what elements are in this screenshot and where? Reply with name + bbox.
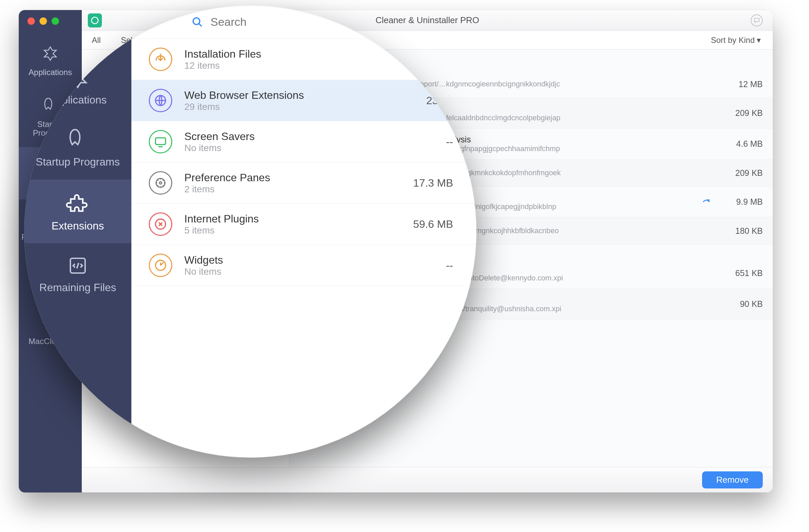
sidebar-item-extensions[interactable]: Extensions (24, 180, 131, 244)
extension-size: 4.6 MB (719, 139, 763, 149)
category-title: Widgets (184, 254, 381, 266)
extension-size: 9.9 MB (719, 197, 763, 207)
extension-size: 209 KB (719, 108, 763, 118)
window-title: Cleaner & Uninstaller PRO (375, 15, 479, 25)
category-text: Widgets No items (184, 254, 381, 277)
remove-button[interactable]: Remove (702, 472, 763, 489)
category-size: -- (393, 259, 453, 272)
sidebar-item-label: Extensions (52, 220, 104, 232)
zoom-window-button[interactable] (52, 17, 59, 25)
minimize-window-button[interactable] (39, 17, 47, 25)
category-icon (149, 89, 172, 112)
category-text: Internet Plugins 5 items (184, 213, 381, 236)
sidebar-item-applications[interactable]: Applications (19, 34, 82, 86)
sort-button[interactable]: Sort by Kind ▾ (711, 36, 773, 45)
close-window-button[interactable] (28, 17, 35, 25)
magnifier-overlay: Applications Startup Programs Extensions… (24, 5, 477, 458)
category-text: Web Browser Extensions 29 items (184, 89, 381, 112)
extension-size: 209 KB (719, 168, 763, 178)
category-row[interactable]: Screen Savers No items -- (131, 121, 477, 162)
category-row[interactable]: Widgets No items -- (131, 245, 477, 286)
category-subtitle: 12 items (184, 60, 381, 71)
sidebar-item-label: Remaining Files (39, 281, 116, 294)
svg-point-2 (91, 17, 98, 24)
extension-size: 651 KB (719, 268, 763, 278)
category-subtitle: No items (184, 143, 381, 154)
svg-point-4 (193, 18, 200, 24)
svg-point-8 (159, 182, 162, 184)
category-text: Preference Panes 2 items (184, 172, 381, 195)
window-controls (19, 15, 82, 34)
filter-all[interactable]: All (82, 36, 111, 45)
category-size: -- (393, 136, 453, 148)
category-subtitle: 2 items (184, 184, 381, 195)
svg-point-7 (156, 179, 165, 188)
category-size: 59.6 MB (393, 218, 453, 230)
category-title: Web Browser Extensions (184, 89, 381, 102)
feedback-icon[interactable] (751, 14, 763, 26)
category-icon (149, 212, 172, 236)
share-button[interactable] (701, 196, 712, 208)
category-size: 17.3 MB (393, 177, 453, 189)
sort-label: Sort by Kind (711, 36, 755, 45)
sidebar-item-remaining[interactable]: Remaining Files (24, 243, 131, 305)
category-icon (149, 171, 172, 195)
apps-icon (40, 43, 60, 64)
extension-size: 12 MB (719, 79, 763, 89)
category-text: Installation Files 12 items (184, 48, 381, 71)
sidebar-item-label: Applications (29, 68, 72, 77)
category-title: Internet Plugins (184, 213, 381, 225)
footer-bar: Remove (82, 467, 773, 493)
category-subtitle: No items (184, 266, 381, 277)
category-icon (149, 130, 172, 154)
category-title: Preference Panes (184, 172, 381, 184)
category-subtitle: 29 items (184, 102, 381, 112)
search-icon (192, 16, 203, 28)
category-icon (149, 48, 172, 71)
category-subtitle: 5 items (184, 225, 381, 236)
category-row[interactable]: Internet Plugins 5 items 59.6 MB (131, 204, 477, 245)
category-title: Screen Savers (184, 130, 381, 143)
category-title: Installation Files (184, 48, 381, 60)
app-badge-icon (88, 13, 102, 28)
category-row[interactable]: Preference Panes 2 items 17.3 MB (131, 162, 477, 204)
category-text: Screen Savers No items (184, 130, 381, 154)
svg-rect-6 (155, 138, 166, 144)
extension-size: 90 KB (719, 299, 763, 309)
sidebar-item-label: Startup Programs (36, 156, 120, 168)
chevron-down-icon: ▾ (757, 36, 761, 45)
extension-size: 180 KB (719, 226, 763, 236)
category-icon (149, 254, 172, 277)
